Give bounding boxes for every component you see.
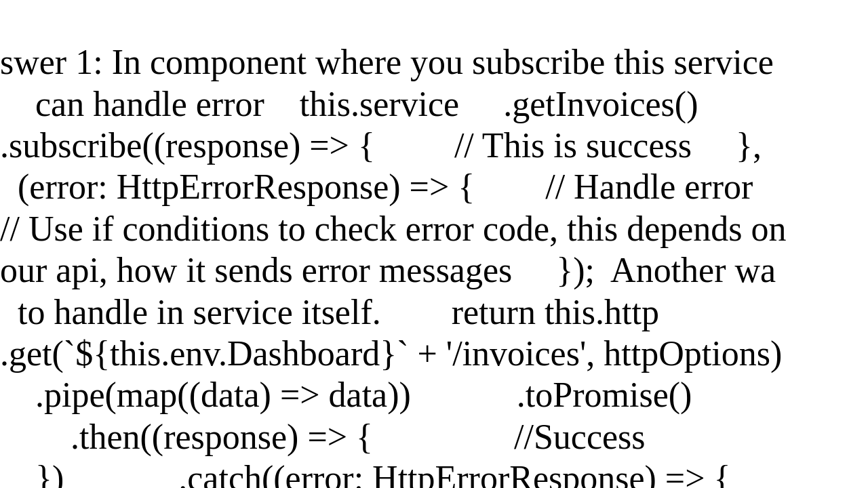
code-line-4: // Use if conditions to check error code…: [0, 208, 868, 249]
code-line-10: }) .catch((error: HttpErrorResponse) => …: [0, 458, 868, 488]
code-block: swer 1: In component where you subscribe…: [0, 0, 868, 488]
code-line-0: swer 1: In component where you subscribe…: [0, 41, 868, 83]
code-line-9: .then((response) => { //Success: [0, 416, 868, 458]
code-line-3: (error: HttpErrorResponse) => { // Handl…: [0, 166, 868, 207]
code-line-1: can handle error this.service .getInvoic…: [0, 83, 868, 125]
code-line-8: .pipe(map((data) => data)) .toPromise(): [0, 374, 868, 415]
code-line-6: to handle in service itself. return this…: [0, 291, 868, 333]
code-line-2: .subscribe((response) => { // This is su…: [0, 125, 868, 166]
code-line-7: .get(`${this.env.Dashboard}` + '/invoice…: [0, 333, 868, 374]
code-line-5: our api, how it sends error messages });…: [0, 249, 868, 291]
